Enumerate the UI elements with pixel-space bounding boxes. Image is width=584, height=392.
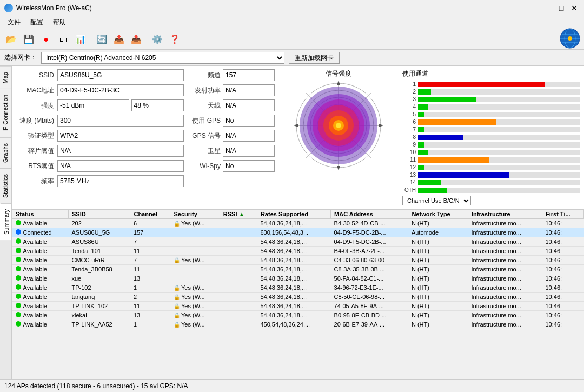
tb-import[interactable]: 📥 bbox=[128, 31, 144, 48]
cell-time: 10:46: bbox=[542, 247, 583, 256]
cell-type: N (HT) bbox=[408, 265, 468, 274]
titlebar: WirelessMon Pro (We-aC) — □ ✕ bbox=[0, 0, 584, 16]
table-row[interactable]: Available Tenda_101 11 54,48,36,24,18,..… bbox=[12, 247, 584, 256]
table-row[interactable]: Available ASUS86U 7 54,48,36,24,18,... 0… bbox=[12, 237, 584, 247]
channel-bar-track bbox=[418, 112, 580, 117]
col-status: Status bbox=[12, 210, 69, 219]
col-ssid: SSID bbox=[68, 210, 130, 219]
toolbar-sep2 bbox=[147, 33, 147, 46]
cell-time: 10:46: bbox=[542, 219, 583, 228]
channel-bar-row: 12 bbox=[402, 164, 580, 171]
gps-signal-value: N/A bbox=[223, 130, 275, 142]
tb-copy[interactable]: 🗂 bbox=[55, 31, 71, 48]
gps-signal-row: GPS 信号 N/A bbox=[188, 130, 275, 142]
status-dot bbox=[16, 312, 21, 317]
cell-status: Available bbox=[12, 293, 69, 302]
table-scroll-area[interactable]: Status SSID Channel Security RSSI ▲ Rate… bbox=[12, 209, 584, 379]
menu-help[interactable]: 帮助 bbox=[49, 17, 70, 28]
channel-bar-fill bbox=[418, 188, 447, 193]
cell-security: 🔒Yes (W... bbox=[170, 256, 220, 265]
tab-statistics[interactable]: Statistics bbox=[0, 168, 11, 203]
table-row[interactable]: Available tangtang 2 🔒Yes (W... 54,48,36… bbox=[12, 293, 584, 302]
table-row[interactable]: Available CMCC-uRiR 7 🔒Yes (W... 54,48,3… bbox=[12, 256, 584, 265]
status-dot bbox=[16, 266, 21, 271]
channel-bar-track bbox=[418, 180, 580, 185]
freq-value: 5785 MHz bbox=[57, 175, 184, 187]
channel-bar-fill bbox=[418, 135, 463, 140]
cell-time: 10:46: bbox=[542, 302, 583, 311]
tb-open[interactable]: 📂 bbox=[3, 31, 19, 48]
tab-ip-connection[interactable]: IP Connection bbox=[0, 89, 11, 137]
channel-bar-fill bbox=[418, 150, 428, 155]
channel-bar-label: 3 bbox=[402, 96, 416, 102]
channel-value: 157 bbox=[223, 69, 275, 81]
cell-security: 🔒Yes (W... bbox=[170, 219, 220, 228]
tab-graphs[interactable]: Graphs bbox=[0, 137, 11, 168]
table-row[interactable]: Available xue 13 54,48,36,24,18,... 50-F… bbox=[12, 274, 584, 283]
channel-bar-row: 11 bbox=[402, 156, 580, 163]
tb-save[interactable]: 💾 bbox=[21, 31, 37, 48]
cell-ssid: tangtang bbox=[68, 293, 130, 302]
globe-area bbox=[559, 28, 581, 51]
channel-bar-label: 10 bbox=[402, 149, 416, 155]
cell-infra: Infrastructure mo... bbox=[468, 237, 542, 247]
table-row[interactable]: Available Tenda_3B0B58 11 54,48,36,24,18… bbox=[12, 265, 584, 274]
tb-export[interactable]: 📤 bbox=[111, 31, 127, 48]
mac-label: MAC地址 bbox=[16, 86, 54, 95]
rts-label: RTS阈值 bbox=[16, 162, 54, 171]
channel-dropdown[interactable]: Channel Use B/G/N bbox=[402, 196, 471, 205]
strength-dbm: -51 dBm bbox=[57, 99, 129, 111]
cell-status: Connected bbox=[12, 228, 69, 237]
lock-icon: 🔒 bbox=[174, 285, 180, 291]
table-row[interactable]: Available xiekai 13 🔒Yes (W... 54,48,36,… bbox=[12, 311, 584, 320]
cell-time: 10:46: bbox=[542, 320, 583, 329]
maximize-button[interactable]: □ bbox=[556, 3, 567, 14]
tb-settings[interactable]: ⚙️ bbox=[149, 31, 165, 48]
close-button[interactable]: ✕ bbox=[569, 3, 580, 14]
ssid-label: SSID bbox=[16, 71, 54, 79]
tb-chart[interactable]: 📊 bbox=[72, 31, 89, 48]
lock-icon: 🔒 bbox=[174, 221, 180, 227]
strength-label: 强度 bbox=[16, 101, 54, 110]
channel-bar-label: OTH bbox=[402, 187, 416, 193]
cell-ssid: ASUS86U_5G bbox=[68, 228, 130, 237]
cell-ssid: xue bbox=[68, 274, 130, 283]
tb-help[interactable]: ❓ bbox=[167, 31, 183, 48]
table-row[interactable]: Available TP-102 1 🔒Yes (W... 54,48,36,2… bbox=[12, 283, 584, 293]
cell-mac: 04-D9-F5-DC-2B-... bbox=[331, 228, 408, 237]
tab-summary[interactable]: Summary bbox=[0, 203, 11, 240]
cell-mac: B4-30-52-4D-CB-... bbox=[331, 219, 408, 228]
table-row[interactable]: Available 202 6 🔒Yes (W... 54,48,36,24,1… bbox=[12, 219, 584, 228]
cell-channel: 7 bbox=[130, 256, 170, 265]
globe-icon bbox=[559, 28, 581, 49]
cell-time: 10:46: bbox=[542, 265, 583, 274]
cell-mac: C4-33-06-80-63-00 bbox=[331, 256, 408, 265]
cell-mac: B4-0F-3B-A7-2F-... bbox=[331, 247, 408, 256]
cell-security bbox=[170, 265, 220, 274]
satellite-label: 卫星 bbox=[188, 147, 221, 156]
table-row[interactable]: Available TP-LINK_102 11 🔒Yes (W... 54,4… bbox=[12, 302, 584, 311]
reload-nic-button[interactable]: 重新加载网卡 bbox=[289, 52, 340, 64]
tab-map[interactable]: Map bbox=[0, 66, 11, 89]
menu-file[interactable]: 文件 bbox=[3, 17, 25, 28]
channel-bar-row: 7 bbox=[402, 126, 580, 133]
tb-refresh[interactable]: 🔄 bbox=[94, 31, 110, 48]
cell-rssi bbox=[220, 293, 257, 302]
channel-bar-fill bbox=[418, 104, 428, 110]
signal-chart-title: 信号强度 bbox=[326, 69, 351, 78]
channel-bar-label: 9 bbox=[402, 142, 416, 148]
table-row[interactable]: Connected ASUS86U_5G 157 600,156,54,48,3… bbox=[12, 228, 584, 237]
minimize-button[interactable]: — bbox=[543, 3, 554, 14]
nic-select[interactable]: Intel(R) Centrino(R) Advanced-N 6205 bbox=[41, 52, 284, 64]
menu-config[interactable]: 配置 bbox=[26, 17, 48, 28]
lock-icon: 🔒 bbox=[174, 303, 180, 309]
power-row: 发射功率 N/A bbox=[188, 84, 275, 96]
ssid-value: ASUS86U_5G bbox=[57, 69, 184, 81]
table-row[interactable]: Available TP-LINK_AA52 1 🔒Yes (W... 450,… bbox=[12, 320, 584, 329]
cell-type: N (HT) bbox=[408, 311, 468, 320]
col-channel: Channel bbox=[130, 210, 170, 219]
cell-mac: C8-3A-35-3B-0B-... bbox=[331, 265, 408, 274]
svg-marker-30 bbox=[294, 124, 298, 127]
tb-record[interactable]: ● bbox=[38, 31, 54, 48]
satellite-row: 卫星 N/A bbox=[188, 145, 275, 157]
